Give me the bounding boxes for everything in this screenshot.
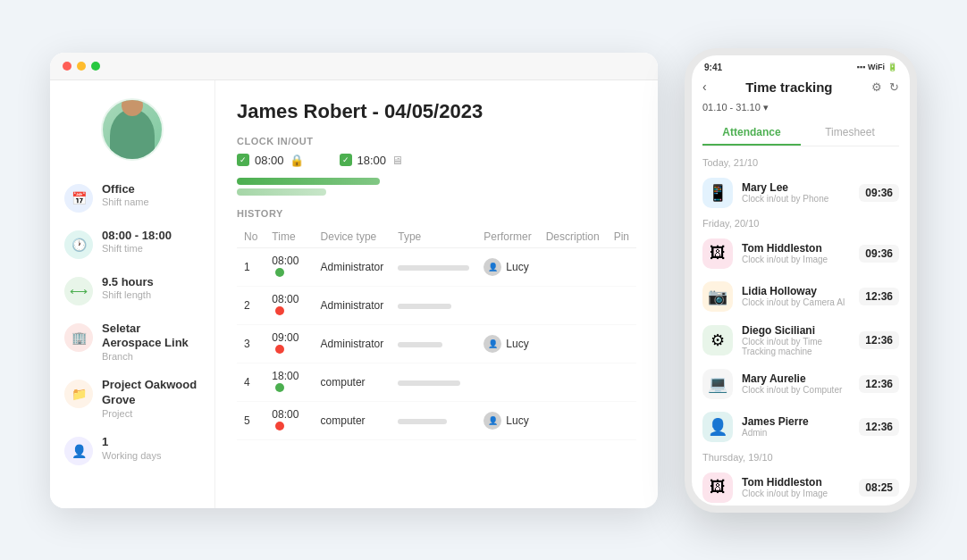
maximize-dot[interactable] [91,62,100,71]
working-days-sublabel: Working days [102,450,161,461]
shift-time-sublabel: Shift time [102,243,172,254]
list-item[interactable]: ⚙ Diego Siciliani Clock in/out by Time T… [692,318,910,363]
sidebar-item-shift-length[interactable]: ⟷ 9.5 hours Shift length [64,275,200,305]
cell-performer [476,286,538,324]
att-info: Tom Hiddleston Clock in/out by Image [742,476,850,498]
main-content: James Robert - 04/05/2023 CLOCK IN/OUT ✓… [215,80,658,508]
phone-screen-title: Time tracking [745,79,832,95]
att-sub: Clock in/out by Phone [742,194,850,204]
att-info: Mary Lee Clock in/out by Phone [742,181,850,204]
cell-no: 2 [237,286,265,324]
phone-statusbar: 9:41 ▪▪▪ WiFi 🔋 [692,55,910,76]
phone-header-icons: ⚙ ↻ [871,80,899,94]
attendance-list: Today, 21/10 📱 Mary Lee Clock in/out by … [692,146,910,506]
person-icon: 👤 [64,437,93,465]
att-sub: Clock in/out by Time Tracking machine [742,337,850,356]
clock-icon: 🕐 [64,230,93,259]
att-name: Tom Hiddleston [742,476,850,489]
att-type-icon: 📷 [702,281,733,312]
cell-time: 08:00 [265,286,313,324]
sidebar-item-branch[interactable]: 🏢 Seletar Aerospace Link Branch [64,322,200,363]
sidebar-item-office[interactable]: 📅 Office Shift name [64,182,200,213]
cell-device: Administrator [314,324,391,363]
att-sub: Clock in/out by Image [742,255,850,264]
cell-no: 3 [237,324,265,363]
office-label: Office [102,182,149,197]
col-device: Device type [314,226,391,248]
avatar-hair [121,98,144,99]
back-button[interactable] [702,79,707,94]
day-header: Friday, 20/10 [692,214,910,232]
refresh-icon[interactable]: ↻ [889,80,899,94]
mobile-phone: 9:41 ▪▪▪ WiFi 🔋 Time tracking ⚙ ↻ 01.10 … [685,48,917,513]
page-title: James Robert - 04/05/2023 [237,100,636,123]
clock-in-item: ✓ 08:00 🔒 [237,154,304,167]
att-type-icon: 📱 [702,178,733,208]
building-icon: 🏢 [64,323,93,352]
att-time: 08:25 [859,479,899,497]
phone-header: Time tracking ⚙ ↻ [692,76,910,102]
status-icon [275,345,284,354]
sidebar-item-project[interactable]: 📁 Project Oakwood Grove Project [64,378,200,419]
list-item[interactable]: 📱 Mary Lee Clock in/out by Phone 09:36 [692,171,910,214]
cell-description [539,363,607,401]
status-icon [275,383,284,392]
type-bar [398,342,442,347]
list-item[interactable]: 👤 James Pierre Admin 12:36 [692,405,910,448]
table-row: 3 09:00 Administrator 👤Lucy [237,324,636,363]
status-icon [275,306,284,315]
history-section-label: HISTORY [237,208,636,219]
sidebar-item-shift-time[interactable]: 🕐 08:00 - 18:00 Shift time [64,229,200,259]
list-item[interactable]: 🖼 Tom Hiddleston Clock in/out by Image 0… [692,466,910,506]
cell-description [539,247,607,286]
clock-out-item: ✓ 18:00 🖥 [340,154,404,167]
tab-attendance[interactable]: Attendance [702,121,801,146]
list-item[interactable]: 🖼 Tom Hiddleston Clock in/out by Image 0… [692,232,910,275]
att-time: 12:36 [859,331,899,349]
cell-type [391,401,476,439]
date-range-selector[interactable]: 01.10 - 31.10 ▾ [692,102,910,121]
att-sub: Clock in/out by Image [742,489,850,498]
cell-type [391,286,476,324]
performer-avatar: 👤 [484,412,501,430]
back-chevron-icon [702,79,707,94]
cell-device: computer [314,363,391,401]
shift-length-label: 9.5 hours [102,275,154,290]
window-titlebar [50,53,658,80]
cell-device: computer [314,401,391,439]
sidebar-item-working-days[interactable]: 👤 1 Working days [64,435,200,465]
list-item[interactable]: 📷 Lidia Holloway Clock in/out by Camera … [692,275,910,318]
filter-icon[interactable]: ⚙ [871,80,882,94]
col-pin: Pin [607,226,636,248]
check-in-icon: ✓ [237,154,249,166]
cell-no: 5 [237,401,265,439]
calendar-icon: 📅 [64,184,93,213]
att-info: Diego Siciliani Clock in/out by Time Tra… [742,324,850,356]
desktop-window: 📅 Office Shift name 🕐 08:00 - 18:00 Shif… [50,53,658,508]
att-type-icon: 🖼 [702,472,733,503]
wifi-icon: WiFi [868,63,885,71]
table-row: 1 08:00 Administrator 👤Lucy [237,247,636,286]
att-type-icon: 👤 [702,412,733,442]
clock-out-icon: 🖥 [391,154,403,167]
att-time: 09:36 [859,184,899,202]
tab-timesheet[interactable]: Timesheet [801,121,899,146]
att-time: 12:36 [859,288,899,305]
table-row: 4 18:00 computer [237,363,636,401]
att-name: Diego Siciliani [742,324,850,337]
sidebar-shift-length-text: 9.5 hours Shift length [102,275,154,301]
avatar-wrap [64,98,200,161]
clock-in-time: 08:00 [255,154,284,167]
col-no: No [237,226,265,248]
sidebar-working-days-text: 1 Working days [102,435,161,461]
table-row: 2 08:00 Administrator [237,286,636,324]
project-label: Project Oakwood Grove [102,378,200,408]
cell-pin [607,401,636,439]
minimize-dot[interactable] [77,62,86,71]
close-dot[interactable] [63,62,71,71]
shift-time-label: 08:00 - 18:00 [102,229,172,244]
cell-pin [607,247,636,286]
sidebar: 📅 Office Shift name 🕐 08:00 - 18:00 Shif… [50,80,215,508]
list-item[interactable]: 💻 Mary Aurelie Clock in/out by Computer … [692,363,910,405]
att-type-icon: ⚙ [702,325,733,355]
